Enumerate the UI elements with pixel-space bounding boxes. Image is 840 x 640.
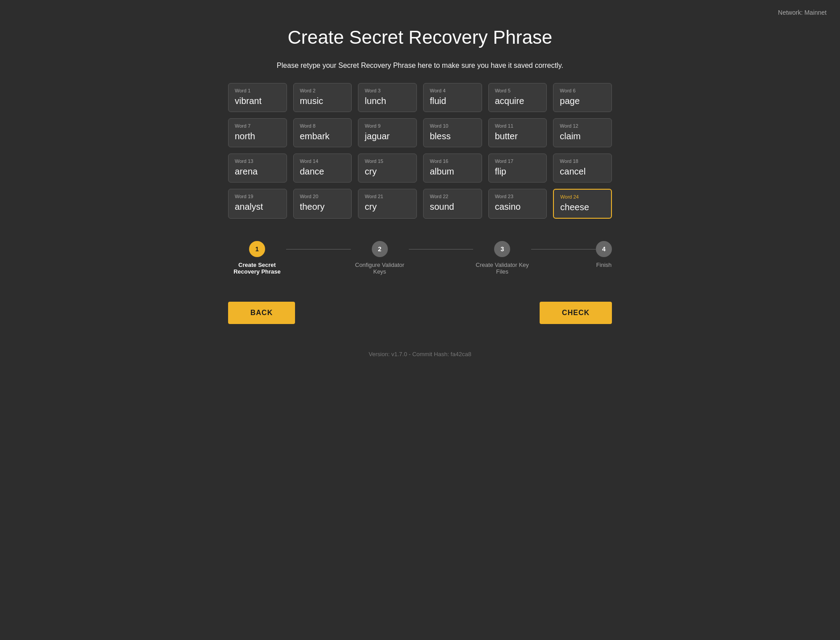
word-cell-14[interactable]: Word 14dance [293, 154, 352, 183]
word-label-20: Word 20 [300, 194, 345, 199]
word-cell-23[interactable]: Word 23casino [488, 189, 547, 219]
word-label-6: Word 6 [560, 88, 605, 93]
word-label-17: Word 17 [495, 158, 541, 164]
word-label-24: Word 24 [560, 194, 605, 199]
word-cell-1[interactable]: Word 1vibrant [228, 83, 287, 112]
word-value-16: album [430, 166, 454, 176]
footer: Version: v1.7.0 - Commit Hash: fa42ca8 [369, 351, 471, 357]
word-value-15: cry [365, 166, 377, 176]
word-label-4: Word 4 [430, 88, 475, 93]
word-label-16: Word 16 [430, 158, 475, 164]
word-cell-6[interactable]: Word 6page [553, 83, 612, 112]
word-cell-10[interactable]: Word 10bless [423, 118, 482, 147]
step-circle-4: 4 [596, 241, 612, 257]
word-label-14: Word 14 [300, 158, 345, 164]
word-cell-24[interactable]: Word 24cheese [553, 189, 612, 219]
word-value-23: casino [495, 202, 521, 212]
word-value-20: theory [300, 202, 325, 212]
word-cell-2[interactable]: Word 2music [293, 83, 352, 112]
word-value-19: analyst [235, 202, 263, 212]
word-label-11: Word 11 [495, 123, 541, 129]
word-label-5: Word 5 [495, 88, 541, 93]
word-cell-5[interactable]: Word 5acquire [488, 83, 547, 112]
step-line-2 [409, 249, 474, 249]
word-cell-9[interactable]: Word 9jaguar [358, 118, 417, 147]
word-value-8: embark [300, 131, 330, 141]
step-label-3: Create Validator Key Files [473, 262, 531, 275]
word-label-21: Word 21 [365, 194, 410, 199]
word-cell-11[interactable]: Word 11butter [488, 118, 547, 147]
word-value-17: flip [495, 166, 507, 176]
step-label-2: Configure Validator Keys [351, 262, 409, 275]
word-value-24: cheese [560, 202, 589, 212]
word-cell-12[interactable]: Word 12claim [553, 118, 612, 147]
word-label-3: Word 3 [365, 88, 410, 93]
word-value-11: butter [495, 131, 518, 141]
word-cell-15[interactable]: Word 15cry [358, 154, 417, 183]
word-label-13: Word 13 [235, 158, 280, 164]
page-title: Create Secret Recovery Phrase [288, 27, 553, 48]
step-line-3 [531, 249, 596, 249]
word-label-22: Word 22 [430, 194, 475, 199]
word-cell-19[interactable]: Word 19analyst [228, 189, 287, 219]
word-cell-16[interactable]: Word 16album [423, 154, 482, 183]
check-button[interactable]: CHECK [540, 302, 612, 324]
word-value-13: arena [235, 166, 258, 176]
word-cell-18[interactable]: Word 18cancel [553, 154, 612, 183]
word-label-9: Word 9 [365, 123, 410, 129]
word-label-15: Word 15 [365, 158, 410, 164]
word-cell-17[interactable]: Word 17flip [488, 154, 547, 183]
word-label-8: Word 8 [300, 123, 345, 129]
back-button[interactable]: BACK [228, 302, 295, 324]
word-label-1: Word 1 [235, 88, 280, 93]
subtitle: Please retype your Secret Recovery Phras… [277, 62, 563, 70]
step-line-1 [286, 249, 351, 249]
word-cell-20[interactable]: Word 20theory [293, 189, 352, 219]
word-value-21: cry [365, 202, 377, 212]
step-item-3: 3Create Validator Key Files [473, 241, 531, 275]
word-value-12: claim [560, 131, 581, 141]
word-label-18: Word 18 [560, 158, 605, 164]
word-value-3: lunch [365, 96, 386, 106]
word-value-4: fluid [430, 96, 446, 106]
word-value-10: bless [430, 131, 451, 141]
word-label-12: Word 12 [560, 123, 605, 129]
word-value-18: cancel [560, 166, 586, 176]
word-cell-13[interactable]: Word 13arena [228, 154, 287, 183]
word-label-23: Word 23 [495, 194, 541, 199]
word-label-2: Word 2 [300, 88, 345, 93]
step-item-2: 2Configure Validator Keys [351, 241, 409, 275]
word-label-10: Word 10 [430, 123, 475, 129]
word-cell-4[interactable]: Word 4fluid [423, 83, 482, 112]
words-grid: Word 1vibrantWord 2musicWord 3lunchWord … [228, 83, 612, 219]
step-item-1: 1Create Secret Recovery Phrase [228, 241, 286, 275]
step-circle-1: 1 [249, 241, 265, 257]
word-value-7: north [235, 131, 255, 141]
word-value-5: acquire [495, 96, 524, 106]
word-value-22: sound [430, 202, 454, 212]
network-label: Network: Mainnet [778, 9, 827, 16]
step-label-1: Create Secret Recovery Phrase [228, 262, 286, 275]
word-cell-7[interactable]: Word 7north [228, 118, 287, 147]
buttons-row: BACK CHECK [228, 302, 612, 324]
word-value-9: jaguar [365, 131, 390, 141]
word-cell-3[interactable]: Word 3lunch [358, 83, 417, 112]
word-cell-22[interactable]: Word 22sound [423, 189, 482, 219]
word-cell-8[interactable]: Word 8embark [293, 118, 352, 147]
step-circle-2: 2 [372, 241, 388, 257]
word-label-7: Word 7 [235, 123, 280, 129]
step-label-4: Finish [596, 262, 612, 268]
word-value-14: dance [300, 166, 324, 176]
stepper: 1Create Secret Recovery Phrase2Configure… [228, 241, 612, 275]
word-value-2: music [300, 96, 323, 106]
word-cell-21[interactable]: Word 21cry [358, 189, 417, 219]
step-circle-3: 3 [494, 241, 510, 257]
word-value-1: vibrant [235, 96, 262, 106]
word-label-19: Word 19 [235, 194, 280, 199]
step-item-4: 4Finish [596, 241, 612, 268]
word-value-6: page [560, 96, 580, 106]
